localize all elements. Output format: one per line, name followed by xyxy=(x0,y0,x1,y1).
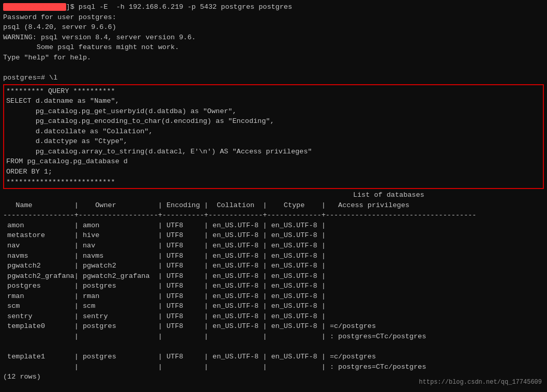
password-line: Password for user postgres: xyxy=(3,12,544,23)
query-line-7: ORDER BY 1; xyxy=(6,167,541,177)
query-line-0: SELECT d.datname as "Name", xyxy=(6,96,541,106)
blurred-username: XXXXXXXXXXXXXXX xyxy=(3,3,66,11)
query-stars-bottom: ************************** xyxy=(6,177,541,187)
query-line-5: pg_catalog.array_to_string(d.datacl, E'\… xyxy=(6,147,541,157)
psql-version-line: psql (8.4.20, server 9.6.6) xyxy=(3,22,544,33)
db-row-amon: amon | amon | UTF8 | en_US.UTF-8 | en_US… xyxy=(3,221,544,231)
db-row-pgwatch2: pgwatch2 | pgwatch2 | UTF8 | en_US.UTF-8… xyxy=(3,261,544,271)
query-line-6: FROM pg_catalog.pg_database d xyxy=(6,156,541,167)
db-separator: -----------------+-------------------+--… xyxy=(3,210,544,221)
db-list-title: List of databases xyxy=(3,190,544,200)
warning-cont-line: Some psql features might not work. xyxy=(3,42,544,53)
terminal-window: XXXXXXXXXXXXXXX]$ psql -E -h 192.168.6.2… xyxy=(0,0,547,384)
db-row-sentry: sentry | sentry | UTF8 | en_US.UTF-8 | e… xyxy=(3,311,544,322)
db-row-template1-cont: | | | | | : postgres=CTc/postgres xyxy=(3,362,544,372)
prompt-line: postgres=# \l xyxy=(3,73,544,83)
db-row-nav: nav | nav | UTF8 | en_US.UTF-8 | en_US.U… xyxy=(3,241,544,251)
query-stars-top: ********* QUERY ********** xyxy=(6,86,541,97)
db-row-template1: template1 | postgres | UTF8 | en_US.UTF-… xyxy=(3,352,544,362)
query-box: ********* QUERY ********** SELECT d.datn… xyxy=(3,84,544,190)
database-table: List of databases Name | Owner | Encodin… xyxy=(3,190,544,382)
query-line-3: d.datcollate as "Collation", xyxy=(6,127,541,137)
db-row-pgwatch2-grafana: pgwatch2_grafana| pgwatch2_grafana | UTF… xyxy=(3,271,544,281)
db-row-rman: rman | rman | UTF8 | en_US.UTF-8 | en_US… xyxy=(3,291,544,302)
warning-line: WARNING: psql version 8.4, server versio… xyxy=(3,33,544,43)
db-row-postgres: postgres | postgres | UTF8 | en_US.UTF-8… xyxy=(3,281,544,291)
db-row-navms: navms | navms | UTF8 | en_US.UTF-8 | en_… xyxy=(3,251,544,261)
db-row-template0-cont: | | | | | : postgres=CTc/postgres xyxy=(3,332,544,342)
db-row-template0: template0 | postgres | UTF8 | en_US.UTF-… xyxy=(3,321,544,332)
watermark: https://blog.csdn.net/qq_17745609 xyxy=(419,378,542,387)
query-line-2: pg_catalog.pg_encoding_to_char(d.encodin… xyxy=(6,116,541,127)
top-command-line: XXXXXXXXXXXXXXX]$ psql -E -h 192.168.6.2… xyxy=(3,2,544,12)
query-line-1: pg_catalog.pg_get_userbyid(d.datdba) as … xyxy=(6,106,541,117)
db-column-header: Name | Owner | Encoding | Collation | Ct… xyxy=(3,200,544,211)
db-row-blank xyxy=(3,342,544,352)
query-line-4: d.datctype as "Ctype", xyxy=(6,136,541,147)
db-row-scm: scm | scm | UTF8 | en_US.UTF-8 | en_US.U… xyxy=(3,301,544,311)
db-row-metastore: metastore | hive | UTF8 | en_US.UTF-8 | … xyxy=(3,230,544,241)
help-line: Type "help" for help. xyxy=(3,53,544,63)
blank-line-1 xyxy=(3,62,544,73)
